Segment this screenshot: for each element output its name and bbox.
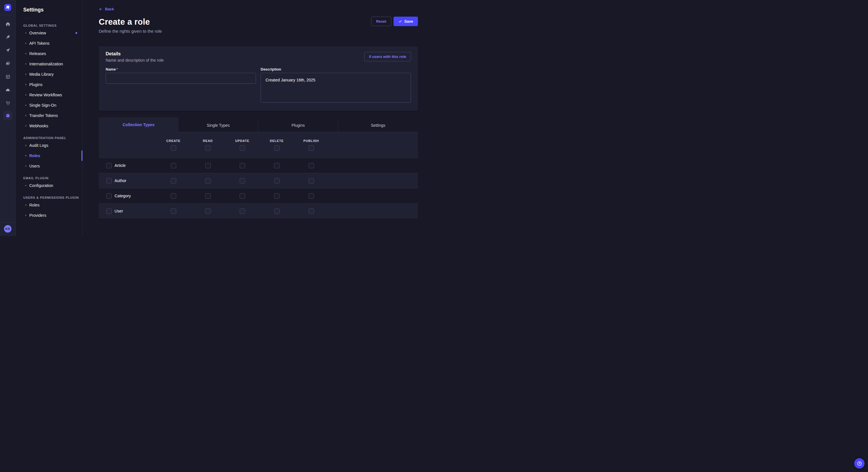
- author-read-checkbox[interactable]: [205, 178, 211, 183]
- gear-icon[interactable]: [3, 111, 12, 120]
- back-link[interactable]: Back: [99, 7, 114, 11]
- row-select-checkbox[interactable]: [106, 208, 112, 214]
- user-publish-checkbox[interactable]: [309, 208, 314, 214]
- category-update-checkbox[interactable]: [240, 193, 245, 199]
- tab-collection-types[interactable]: Collection Types: [99, 117, 179, 132]
- home-icon[interactable]: [3, 19, 12, 29]
- user-delete-checkbox[interactable]: [274, 208, 280, 214]
- tab-single-types[interactable]: Single Types: [179, 119, 258, 132]
- article-delete-checkbox[interactable]: [274, 163, 280, 168]
- users-with-role-button[interactable]: 0 users with this role: [364, 52, 411, 61]
- sidebar-item-releases[interactable]: Releases: [16, 48, 82, 59]
- bullet-icon: [25, 215, 26, 216]
- sidebar-item-transfer-tokens[interactable]: Transfer Tokens: [16, 110, 82, 121]
- bullet-icon: [25, 105, 26, 106]
- bullet-icon: [25, 115, 26, 116]
- name-input[interactable]: [105, 73, 256, 84]
- sidebar-item-api-tokens[interactable]: API Tokens: [16, 38, 82, 48]
- cart-icon[interactable]: [3, 98, 12, 108]
- sidebar-item-label: Users: [29, 164, 40, 168]
- sidebar-item-audit-logs[interactable]: Audit Logs: [16, 140, 82, 150]
- bullet-icon: [25, 155, 26, 156]
- sidebar-item-label: Plugins: [29, 82, 42, 87]
- row-name: User: [115, 209, 123, 213]
- description-textarea[interactable]: Created January 16th, 2025: [260, 73, 411, 103]
- sidebar-item-label: Webhooks: [29, 124, 48, 128]
- check-icon: [398, 20, 402, 23]
- category-create-checkbox[interactable]: [171, 193, 176, 199]
- user-create-checkbox[interactable]: [171, 208, 176, 214]
- description-label: Description: [260, 67, 411, 71]
- article-create-checkbox[interactable]: [171, 163, 176, 168]
- avatar[interactable]: KD: [4, 225, 11, 233]
- table-row-category: Category: [99, 188, 418, 203]
- bullet-icon: [25, 125, 26, 127]
- sidebar-item-providers[interactable]: Providers: [16, 210, 82, 221]
- tab-plugins[interactable]: Plugins: [258, 119, 338, 132]
- select-all-delete-checkbox[interactable]: [274, 145, 280, 151]
- category-read-checkbox[interactable]: [205, 193, 211, 199]
- email-plugin-list: Configuration: [16, 180, 82, 191]
- sidebar-item-media-library[interactable]: Media Library: [16, 69, 82, 79]
- sidebar-item-label: Roles: [29, 154, 40, 158]
- layout-icon[interactable]: [3, 71, 12, 82]
- article-update-checkbox[interactable]: [240, 163, 245, 168]
- category-delete-checkbox[interactable]: [274, 193, 280, 199]
- column-header-read: Read: [203, 139, 213, 142]
- description-field-group: Description Created January 16th, 2025: [260, 67, 411, 104]
- row-select-checkbox[interactable]: [106, 193, 112, 199]
- row-name: Category: [115, 194, 131, 198]
- select-all-update-checkbox[interactable]: [240, 145, 245, 151]
- sidebar-item-up-roles[interactable]: Roles: [16, 200, 82, 210]
- sidebar-item-review-workflows[interactable]: Review Workflows: [16, 90, 82, 100]
- select-all-create-checkbox[interactable]: [171, 145, 176, 151]
- author-create-checkbox[interactable]: [171, 178, 176, 183]
- author-delete-checkbox[interactable]: [274, 178, 280, 183]
- column-header-publish: Publish: [303, 139, 319, 142]
- row-select-checkbox[interactable]: [106, 163, 112, 168]
- select-all-publish-checkbox[interactable]: [309, 145, 314, 151]
- sidebar-item-plugins[interactable]: Plugins: [16, 79, 82, 90]
- select-all-read-checkbox[interactable]: [205, 145, 211, 151]
- images-icon[interactable]: [3, 58, 12, 69]
- sidebar-item-overview[interactable]: Overview: [16, 28, 82, 38]
- article-publish-checkbox[interactable]: [309, 163, 314, 168]
- permissions-table-header: Create Read Update Delete Publish: [99, 132, 418, 158]
- author-update-checkbox[interactable]: [240, 178, 245, 183]
- name-label-text: Name: [105, 67, 116, 71]
- category-publish-checkbox[interactable]: [309, 193, 314, 199]
- sidebar-item-configuration[interactable]: Configuration: [16, 180, 82, 191]
- row-select-checkbox[interactable]: [106, 178, 112, 183]
- user-update-checkbox[interactable]: [240, 208, 245, 214]
- sidebar-item-single-sign-on[interactable]: Single Sign-On: [16, 100, 82, 110]
- article-read-checkbox[interactable]: [205, 163, 211, 168]
- active-item-indicator: [82, 150, 82, 161]
- sidebar-item-label: API Tokens: [29, 41, 50, 45]
- name-field-group: Name*: [105, 67, 256, 104]
- sidebar-item-label: Single Sign-On: [29, 103, 56, 107]
- page-title: Create a role: [99, 17, 162, 27]
- sidebar-item-users[interactable]: Users: [16, 161, 82, 171]
- settings-subnav: Settings GLOBAL SETTINGS Overview API To…: [16, 0, 83, 236]
- rail-footer-divider: [0, 222, 16, 223]
- table-row-article: Article: [99, 158, 418, 173]
- save-label: Save: [404, 19, 413, 24]
- tab-settings[interactable]: Settings: [338, 119, 418, 132]
- user-read-checkbox[interactable]: [205, 208, 211, 214]
- sidebar-item-internationalization[interactable]: Internationalization: [16, 59, 82, 69]
- cloud-icon[interactable]: [3, 85, 12, 95]
- author-publish-checkbox[interactable]: [309, 178, 314, 183]
- strapi-logo[interactable]: [4, 4, 11, 11]
- paper-plane-icon[interactable]: [3, 45, 12, 55]
- bullet-icon: [25, 84, 26, 85]
- bullet-icon: [25, 204, 26, 206]
- header-name-spacer: [99, 132, 156, 158]
- bullet-icon: [25, 185, 26, 186]
- reset-button[interactable]: Reset: [371, 16, 391, 26]
- feather-icon[interactable]: [3, 32, 12, 42]
- sidebar-item-label: Configuration: [29, 183, 53, 188]
- save-button[interactable]: Save: [394, 16, 418, 26]
- sidebar-item-roles[interactable]: Roles: [16, 150, 82, 161]
- sidebar-item-label: Roles: [29, 203, 40, 207]
- sidebar-item-webhooks[interactable]: Webhooks: [16, 121, 82, 131]
